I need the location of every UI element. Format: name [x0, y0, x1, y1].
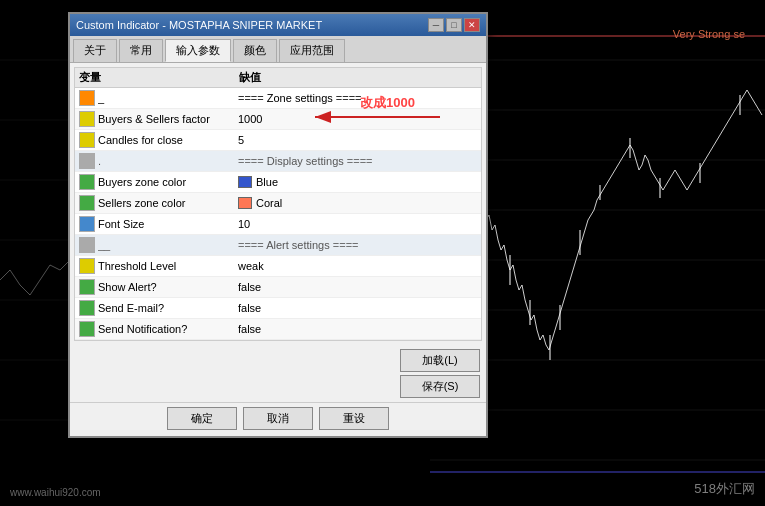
- table-header: 变量 缺值: [75, 68, 481, 88]
- row-value-section1: ==== Display settings ====: [238, 155, 477, 167]
- table-row[interactable]: Candles for close 5: [75, 130, 481, 151]
- row-value-showalert: false: [238, 281, 477, 293]
- table-row[interactable]: Send Notification? false: [75, 319, 481, 340]
- row-name-buyers: Buyers & Sellers factor: [98, 113, 238, 125]
- row-icon-green5: [79, 321, 95, 337]
- dialog-titlebar: Custom Indicator - MOSTAPHA SNIPER MARKE…: [70, 14, 486, 36]
- row-name-sendnotif: Send Notification?: [98, 323, 238, 335]
- header-value: 缺值: [239, 70, 477, 85]
- title-buttons: ─ □ ✕: [428, 18, 480, 32]
- row-value-buyers-color: Blue: [238, 176, 477, 188]
- table-row[interactable]: Buyers zone color Blue: [75, 172, 481, 193]
- ok-button[interactable]: 确定: [167, 407, 237, 430]
- row-icon-section: [79, 153, 95, 169]
- row-value-1: ==== Zone settings ====: [238, 92, 477, 104]
- row-value-sendnotif: false: [238, 323, 477, 335]
- row-value-buyers: 1000: [238, 113, 477, 125]
- color-swatch-coral: [238, 197, 252, 209]
- row-value-threshold: weak: [238, 260, 477, 272]
- row-icon-yellow: [79, 111, 95, 127]
- restore-button[interactable]: □: [446, 18, 462, 32]
- table-row-section2: __ ==== Alert settings ====: [75, 235, 481, 256]
- save-button[interactable]: 保存(S): [400, 375, 480, 398]
- row-icon-section2: [79, 237, 95, 253]
- load-button[interactable]: 加载(L): [400, 349, 480, 372]
- table-row-section: . ==== Display settings ====: [75, 151, 481, 172]
- table-row[interactable]: Sellers zone color Coral: [75, 193, 481, 214]
- side-buttons: 加载(L) 保存(S): [70, 345, 486, 402]
- table-row[interactable]: Show Alert? false: [75, 277, 481, 298]
- table-row[interactable]: Buyers & Sellers factor 1000: [75, 109, 481, 130]
- dialog-title: Custom Indicator - MOSTAPHA SNIPER MARKE…: [76, 19, 322, 31]
- tab-common[interactable]: 常用: [119, 39, 163, 62]
- tab-inputs[interactable]: 输入参数: [165, 39, 231, 62]
- cancel-button[interactable]: 取消: [243, 407, 313, 430]
- row-name-fontsize: Font Size: [98, 218, 238, 230]
- row-name-sendemail: Send E-mail?: [98, 302, 238, 314]
- row-icon-green3: [79, 279, 95, 295]
- color-swatch-blue: [238, 176, 252, 188]
- table-row[interactable]: Send E-mail? false: [75, 298, 481, 319]
- dialog-window: Custom Indicator - MOSTAPHA SNIPER MARKE…: [68, 12, 488, 438]
- table-row[interactable]: Font Size 10: [75, 214, 481, 235]
- table-row[interactable]: Threshold Level weak: [75, 256, 481, 277]
- row-icon-green2: [79, 195, 95, 211]
- row-name-threshold: Threshold Level: [98, 260, 238, 272]
- row-name-buyers-color: Buyers zone color: [98, 176, 238, 188]
- row-name-1: _: [98, 92, 238, 104]
- row-icon-blue: [79, 216, 95, 232]
- row-value-sendemail: false: [238, 302, 477, 314]
- watermark-right: 518外汇网: [694, 480, 755, 498]
- chart-label: Very Strong se: [673, 28, 745, 40]
- row-icon-green4: [79, 300, 95, 316]
- row-icon-yellow2: [79, 132, 95, 148]
- tabs-bar: 关于 常用 输入参数 颜色 应用范围: [70, 36, 486, 63]
- row-value-fontsize: 10: [238, 218, 477, 230]
- reset-button[interactable]: 重设: [319, 407, 389, 430]
- row-value-candles: 5: [238, 134, 477, 146]
- params-table: 变量 缺值 _ ==== Zone settings ==== Buyers &…: [74, 67, 482, 341]
- header-variable: 变量: [79, 70, 239, 85]
- close-button[interactable]: ✕: [464, 18, 480, 32]
- row-value-section2: ==== Alert settings ====: [238, 239, 477, 251]
- row-name-section2: __: [98, 239, 238, 251]
- tab-about[interactable]: 关于: [73, 39, 117, 62]
- row-value-sellers-color: Coral: [238, 197, 477, 209]
- row-name-showalert: Show Alert?: [98, 281, 238, 293]
- row-name-sellers-color: Sellers zone color: [98, 197, 238, 209]
- row-icon-orange: [79, 90, 95, 106]
- footer-buttons: 确定 取消 重设: [70, 402, 486, 436]
- row-name-section1: .: [98, 155, 238, 167]
- table-row[interactable]: _ ==== Zone settings ====: [75, 88, 481, 109]
- watermark-left: www.waihui920.com: [10, 487, 101, 498]
- row-icon-yellow3: [79, 258, 95, 274]
- tab-colors[interactable]: 颜色: [233, 39, 277, 62]
- tab-scope[interactable]: 应用范围: [279, 39, 345, 62]
- minimize-button[interactable]: ─: [428, 18, 444, 32]
- row-icon-green: [79, 174, 95, 190]
- row-name-candles: Candles for close: [98, 134, 238, 146]
